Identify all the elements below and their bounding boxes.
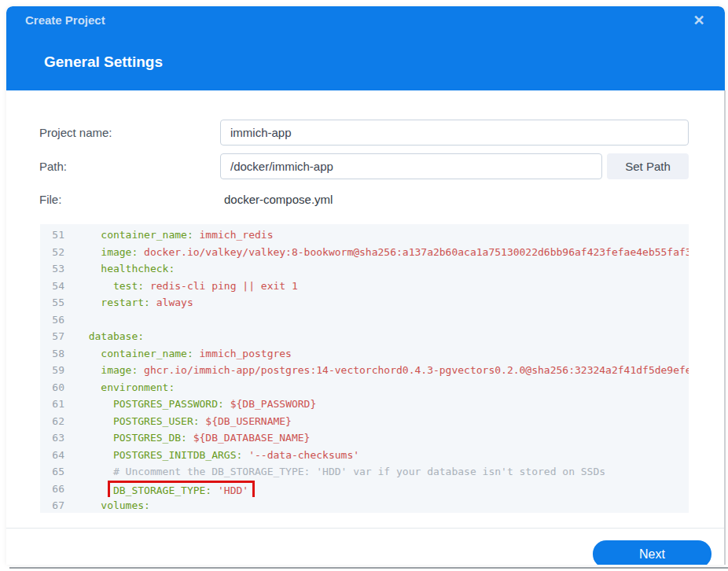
code-token-plain: [76, 246, 101, 258]
code-token-plain: [76, 398, 113, 410]
screen: Create Project ✕ General Settings Projec…: [0, 0, 728, 571]
code-token-key: container_name:: [101, 348, 193, 359]
code-token-plain: [76, 330, 89, 342]
code-token-plain: [211, 484, 218, 496]
line-number: 59: [40, 362, 72, 379]
code-line: 51 container_name: immich_redis: [40, 227, 689, 244]
code-editor[interactable]: 51 container_name: immich_redis52 image:…: [40, 224, 689, 513]
code-token-key: DB_STORAGE_TYPE:: [113, 484, 211, 496]
code-token-key: POSTGRES_INITDB_ARGS:: [113, 449, 242, 461]
annotation-highlight-box: DB_STORAGE_TYPE: 'HDD': [108, 481, 255, 498]
code-token-val: docker.io/valkey/valkey:8-bookworm@sha25…: [138, 246, 689, 258]
code-token-val: immich_redis: [193, 229, 274, 241]
code-line-text: container_name: immich_redis: [72, 227, 689, 244]
line-number: 54: [40, 278, 72, 295]
code-line-text: POSTGRES_PASSWORD: ${DB_PASSWORD}: [72, 396, 689, 413]
file-label: File:: [39, 193, 61, 206]
line-number: 62: [40, 413, 72, 430]
code-line: 56: [40, 311, 689, 329]
code-token-key: volumes:: [101, 499, 150, 511]
code-token-key: healthcheck:: [101, 263, 175, 274]
code-token-val: ghcr.io/immich-app/postgres:14-vectorcho…: [138, 364, 689, 376]
line-number: 51: [40, 227, 72, 244]
code-token-val: always: [150, 297, 193, 308]
line-number: 64: [40, 447, 72, 464]
code-token-plain: [76, 280, 113, 292]
code-line: 55 restart: always: [40, 294, 689, 311]
project-name-label: Project name:: [39, 126, 112, 139]
line-number: 56: [40, 311, 72, 329]
code-line: 63 POSTGRES_DB: ${DB_DATABASE_NAME}: [40, 429, 689, 447]
code-token-plain: [76, 415, 113, 427]
code-token-plain: [76, 432, 113, 444]
line-number: 66: [40, 481, 72, 498]
code-token-plain: [76, 364, 101, 376]
code-line-text: POSTGRES_DB: ${DB_DATABASE_NAME}: [72, 429, 689, 447]
section-title: General Settings: [44, 53, 163, 71]
code-line: 66 DB_STORAGE_TYPE: 'HDD': [40, 481, 689, 498]
code-token-val: ${DB_PASSWORD}: [224, 398, 316, 410]
line-number: 55: [40, 294, 72, 311]
code-line: 64 POSTGRES_INITDB_ARGS: '--data-checksu…: [40, 447, 689, 464]
code-token-key: image:: [101, 364, 138, 376]
code-token-plain: [76, 297, 101, 308]
code-line: 65 # Uncomment the DB_STORAGE_TYPE: 'HDD…: [40, 463, 689, 481]
line-number: 60: [40, 379, 72, 396]
code-token-key: image:: [101, 246, 138, 258]
code-token-key: database:: [89, 330, 144, 342]
code-token-val: ${DB_USERNAME}: [200, 415, 292, 427]
code-line: 53 healthcheck:: [40, 260, 689, 278]
code-token-comment: # Uncomment the DB_STORAGE_TYPE: 'HDD' v…: [113, 466, 605, 477]
line-number: 58: [40, 345, 72, 363]
code-line-text: database:: [72, 328, 689, 345]
line-number: 65: [40, 463, 72, 481]
dialog-header: Create Project ✕ General Settings: [6, 6, 725, 90]
code-line-text: POSTGRES_INITDB_ARGS: '--data-checksums': [72, 447, 689, 464]
line-number: 57: [40, 328, 72, 345]
code-line-text: restart: always: [72, 294, 689, 311]
code-token-plain: [76, 348, 101, 359]
path-input[interactable]: [220, 153, 602, 179]
code-token-plain: [76, 449, 113, 461]
code-token-key: restart:: [101, 297, 150, 308]
path-label: Path:: [39, 160, 67, 173]
code-token-plain: [76, 229, 101, 241]
set-path-button[interactable]: Set Path: [607, 153, 689, 179]
file-value: docker-compose.yml: [224, 193, 333, 206]
code-token-key: POSTGRES_USER:: [113, 415, 200, 427]
code-line-text: volumes:: [72, 497, 689, 513]
code-line: 62 POSTGRES_USER: ${DB_USERNAME}: [40, 413, 689, 430]
create-project-dialog: Create Project ✕ General Settings Projec…: [6, 6, 725, 565]
code-token-val: ${DB_DATABASE_NAME}: [187, 432, 311, 444]
code-line: 59 image: ghcr.io/immich-app/postgres:14…: [40, 362, 689, 379]
code-line-text: # Uncomment the DB_STORAGE_TYPE: 'HDD' v…: [72, 463, 689, 481]
window-bottom-edge: [9, 567, 728, 569]
code-token-key: environment:: [101, 381, 175, 393]
code-token-val: '--data-checksums': [242, 449, 359, 461]
code-token-key: POSTGRES_DB:: [113, 432, 187, 444]
code-token-key: POSTGRES_PASSWORD:: [113, 398, 224, 410]
code-token-val: redis-cli ping || exit 1: [144, 280, 298, 292]
code-token-plain: [76, 466, 113, 477]
line-number: 52: [40, 244, 72, 261]
code-line-text: image: ghcr.io/immich-app/postgres:14-ve…: [72, 362, 689, 379]
close-icon[interactable]: ✕: [690, 12, 708, 29]
next-button[interactable]: Next: [593, 540, 711, 565]
code-line: 67 volumes:: [40, 497, 689, 513]
code-line-text: test: redis-cli ping || exit 1: [72, 278, 689, 295]
code-line-text: DB_STORAGE_TYPE: 'HDD': [72, 481, 689, 498]
code-token-key: test:: [113, 280, 144, 292]
code-line-text: healthcheck:: [72, 260, 689, 278]
code-line-text: container_name: immich_postgres: [72, 345, 689, 363]
code-line: 61 POSTGRES_PASSWORD: ${DB_PASSWORD}: [40, 396, 689, 413]
code-token-key: container_name:: [101, 229, 193, 241]
dialog-title: Create Project: [25, 13, 105, 27]
window-right-edge: [724, 90, 726, 565]
code-token-val: 'HDD': [218, 484, 248, 496]
code-line: 57 database:: [40, 328, 689, 345]
line-number: 63: [40, 429, 72, 447]
project-name-input[interactable]: [220, 120, 689, 146]
code-line: 52 image: docker.io/valkey/valkey:8-book…: [40, 244, 689, 261]
code-line: 58 container_name: immich_postgres: [40, 345, 689, 363]
code-line: 54 test: redis-cli ping || exit 1: [40, 278, 689, 295]
